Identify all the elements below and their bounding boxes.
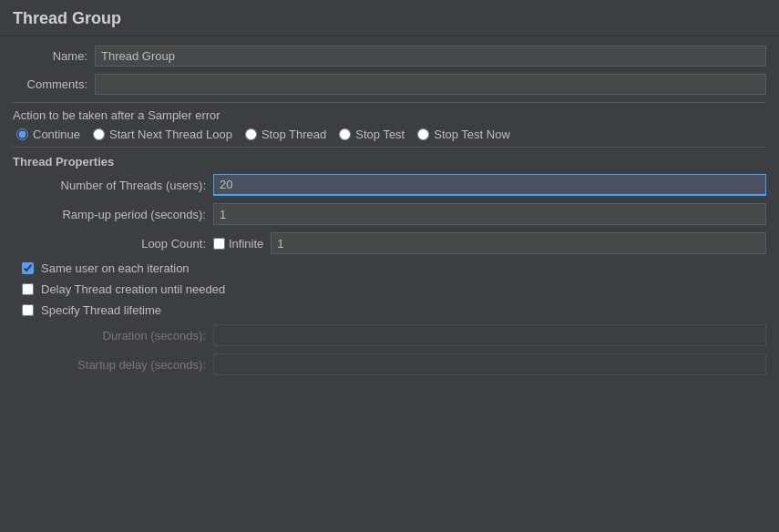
radio-continue-label[interactable]: Continue [33, 128, 80, 141]
delay-thread-checkbox[interactable] [22, 283, 34, 295]
loop-count-row: Loop Count: Infinite [13, 232, 766, 254]
specify-lifetime-row: Specify Thread lifetime [13, 303, 766, 317]
loop-count-input[interactable] [271, 232, 766, 254]
page-title: Thread Group [13, 9, 766, 28]
duration-row: Duration (seconds): [13, 324, 766, 346]
radio-stop-test-label[interactable]: Stop Test [355, 128, 405, 141]
same-user-label[interactable]: Same user on each iteration [41, 261, 190, 275]
title-bar: Thread Group [0, 0, 779, 36]
radio-start-next-label[interactable]: Start Next Thread Loop [109, 128, 232, 141]
radio-start-next[interactable]: Start Next Thread Loop [93, 128, 232, 141]
startup-delay-label: Startup delay (seconds): [13, 358, 213, 372]
ramp-up-row: Ramp-up period (seconds): [13, 203, 766, 225]
radio-stop-test-now[interactable]: Stop Test Now [417, 128, 510, 141]
infinite-checkbox[interactable] [213, 238, 225, 250]
loop-count-label: Loop Count: [13, 237, 213, 251]
radio-continue[interactable]: Continue [16, 128, 80, 141]
ramp-up-label: Ramp-up period (seconds): [13, 208, 213, 221]
num-threads-input[interactable] [213, 174, 766, 196]
specify-lifetime-checkbox[interactable] [22, 304, 34, 316]
name-input[interactable] [95, 46, 766, 66]
same-user-checkbox[interactable] [22, 262, 34, 274]
ramp-up-input[interactable] [213, 203, 766, 225]
num-threads-label: Number of Threads (users): [13, 179, 213, 192]
startup-delay-row: Startup delay (seconds): [13, 353, 766, 375]
infinite-label[interactable]: Infinite [229, 237, 263, 251]
delay-thread-row: Delay Thread creation until needed [13, 282, 766, 296]
radio-stop-test[interactable]: Stop Test [339, 128, 405, 141]
duration-input[interactable] [213, 324, 766, 346]
radio-stop-thread[interactable]: Stop Thread [245, 128, 326, 141]
comments-label: Comments: [13, 77, 95, 91]
radio-stop-test-now-label[interactable]: Stop Test Now [434, 128, 510, 141]
infinite-checkbox-group: Infinite [213, 237, 263, 251]
error-action-radio-group: Continue Start Next Thread Loop Stop Thr… [13, 128, 766, 141]
radio-stop-thread-label[interactable]: Stop Thread [261, 128, 326, 141]
num-threads-row: Number of Threads (users): [13, 174, 766, 196]
same-user-row: Same user on each iteration [13, 261, 766, 275]
error-action-label: Action to be taken after a Sampler error [13, 108, 766, 122]
delay-thread-label[interactable]: Delay Thread creation until needed [41, 282, 225, 296]
comments-input[interactable] [95, 74, 766, 95]
thread-properties-section-label: Thread Properties [13, 155, 766, 169]
duration-label: Duration (seconds): [13, 329, 213, 343]
name-label: Name: [13, 49, 95, 63]
specify-lifetime-label[interactable]: Specify Thread lifetime [41, 303, 161, 317]
startup-delay-input[interactable] [213, 353, 766, 375]
